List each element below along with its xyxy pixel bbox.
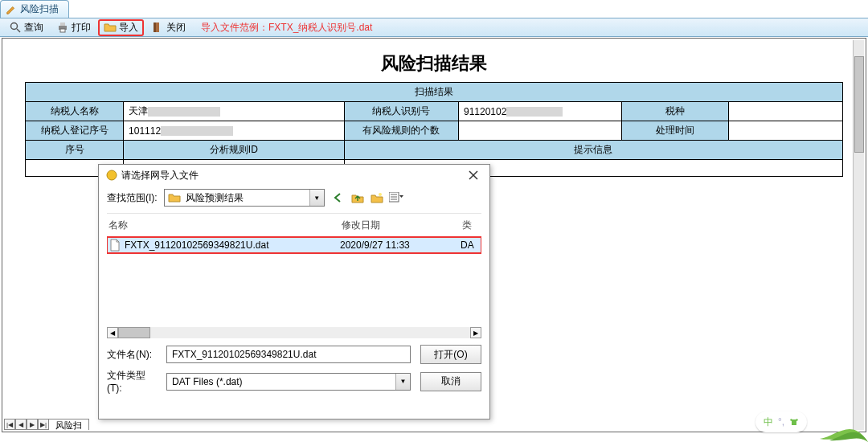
value-tax-type <box>728 102 842 121</box>
label-taxpayer-id: 纳税人识别号 <box>344 102 458 121</box>
toolbar: 查询 打印 导入 关闭 导入文件范例：FXTX_纳税人识别号.dat <box>0 18 868 37</box>
vertical-scrollbar[interactable] <box>853 40 864 430</box>
view-menu-button[interactable] <box>389 190 403 205</box>
horizontal-scrollbar[interactable]: ◀ ▶ <box>107 327 481 338</box>
label-process-time: 处理时间 <box>622 121 728 141</box>
door-exit-icon <box>151 21 164 34</box>
value-reg-no: 101112 <box>124 121 345 141</box>
svg-point-11 <box>379 193 382 196</box>
nav-next-icon[interactable]: ▶ <box>27 419 38 430</box>
app-icon <box>105 169 118 182</box>
file-icon <box>108 239 121 252</box>
tab-label: 风险扫描 <box>20 2 59 16</box>
nav-prev-icon[interactable]: ◀ <box>15 419 27 430</box>
pencil-icon <box>6 4 17 15</box>
toolbar-label: 导入 <box>119 21 138 35</box>
look-in-value: 风险预测结果 <box>181 191 309 205</box>
label-taxpayer-name: 纳税人名称 <box>26 102 124 121</box>
sheet-tab[interactable]: 风险扫 <box>49 419 89 430</box>
chevron-down-icon[interactable]: ▼ <box>309 190 324 206</box>
result-table: 扫描结果 纳税人名称 天津 纳税人识别号 91120102 税种 纳税人登记序号… <box>25 82 843 177</box>
svg-rect-4 <box>60 23 65 26</box>
print-button[interactable]: 打印 <box>51 19 96 36</box>
dialog-titlebar[interactable]: 请选择网导入文件 <box>99 165 489 186</box>
chevron-down-icon[interactable]: ▼ <box>395 374 410 390</box>
filetype-combo[interactable]: DAT Files (*.dat) ▼ <box>166 373 411 391</box>
col-rule-id: 分析规则ID <box>124 141 345 160</box>
filetype-label: 文件类型(T): <box>107 369 157 394</box>
toolbar-label: 关闭 <box>166 21 186 35</box>
file-date: 2020/9/27 11:33 <box>340 239 461 251</box>
close-button[interactable]: 关闭 <box>145 19 191 36</box>
label-tax-type: 税种 <box>622 102 728 121</box>
page-title: 风险扫描结果 <box>25 43 843 82</box>
col-date[interactable]: 修改日期 <box>342 219 462 232</box>
toolbar-label: 查询 <box>24 21 43 35</box>
svg-line-2 <box>17 29 20 32</box>
col-type[interactable]: 类 <box>462 219 480 232</box>
search-icon <box>9 21 22 34</box>
value-taxpayer-name: 天津 <box>124 102 345 121</box>
svg-marker-0 <box>7 6 14 14</box>
new-folder-button[interactable] <box>370 190 384 205</box>
filename-input[interactable]: FXTX_91120102569349821U.dat <box>166 346 411 363</box>
import-button[interactable]: 导入 <box>98 19 144 36</box>
section-header: 扫描结果 <box>26 83 843 102</box>
back-button[interactable] <box>331 190 346 205</box>
scroll-left-icon[interactable]: ◀ <box>107 327 118 338</box>
printer-icon <box>56 21 69 34</box>
scrollbar-thumb[interactable] <box>854 56 864 153</box>
look-in-combo[interactable]: 风险预测结果 ▼ <box>164 189 325 207</box>
value-process-time <box>728 121 842 141</box>
up-folder-button[interactable] <box>350 190 365 205</box>
tab-bar: 风险扫描 <box>0 0 868 18</box>
svg-point-1 <box>11 23 18 30</box>
dialog-title: 请选择网导入文件 <box>121 169 199 182</box>
file-row[interactable]: FXTX_91120102569349821U.dat 2020/9/27 11… <box>107 237 481 253</box>
file-list-header[interactable]: 名称 修改日期 类 <box>107 214 481 237</box>
toolbar-label: 打印 <box>72 21 91 35</box>
folder-open-icon <box>104 21 117 34</box>
open-button[interactable]: 打开(O) <box>420 345 481 364</box>
file-open-dialog: 请选择网导入文件 查找范围(I): 风险预测结果 ▼ 名称 修改日期 类 <box>98 164 490 419</box>
sheet-navigation: |◀ ◀ ▶ ▶| 风险扫 <box>4 419 89 430</box>
col-name[interactable]: 名称 <box>108 219 342 232</box>
dialog-close-button[interactable] <box>464 167 483 183</box>
folder-icon <box>168 191 181 204</box>
scroll-right-icon[interactable]: ▶ <box>470 327 481 338</box>
cancel-button[interactable]: 取消 <box>420 372 481 391</box>
query-button[interactable]: 查询 <box>3 19 49 36</box>
svg-point-8 <box>107 170 117 180</box>
tab-risk-scan[interactable]: 风险扫描 <box>0 0 69 18</box>
close-icon <box>469 170 478 180</box>
svg-rect-5 <box>60 29 65 32</box>
label-reg-no: 纳税人登记序号 <box>26 121 124 141</box>
filetype-value: DAT Files (*.dat) <box>167 376 395 387</box>
look-in-label: 查找范围(I): <box>107 191 158 205</box>
file-list: 名称 修改日期 类 FXTX_91120102569349821U.dat 20… <box>107 213 481 338</box>
scrollbar-thumb[interactable] <box>118 327 150 338</box>
filename-label: 文件名(N): <box>107 348 157 362</box>
import-hint: 导入文件范例：FXTX_纳税人识别号.dat <box>201 21 372 35</box>
file-type: DA <box>461 239 481 251</box>
nav-first-icon[interactable]: |◀ <box>4 419 15 430</box>
col-seq: 序号 <box>26 141 124 160</box>
col-tip: 提示信息 <box>344 141 842 160</box>
value-taxpayer-id: 91120102 <box>458 102 621 121</box>
nav-last-icon[interactable]: ▶| <box>38 419 49 430</box>
label-rule-count: 有风险规则的个数 <box>344 121 458 141</box>
file-name: FXTX_91120102569349821U.dat <box>125 239 268 251</box>
svg-rect-7 <box>154 23 156 32</box>
value-rule-count <box>458 121 621 141</box>
